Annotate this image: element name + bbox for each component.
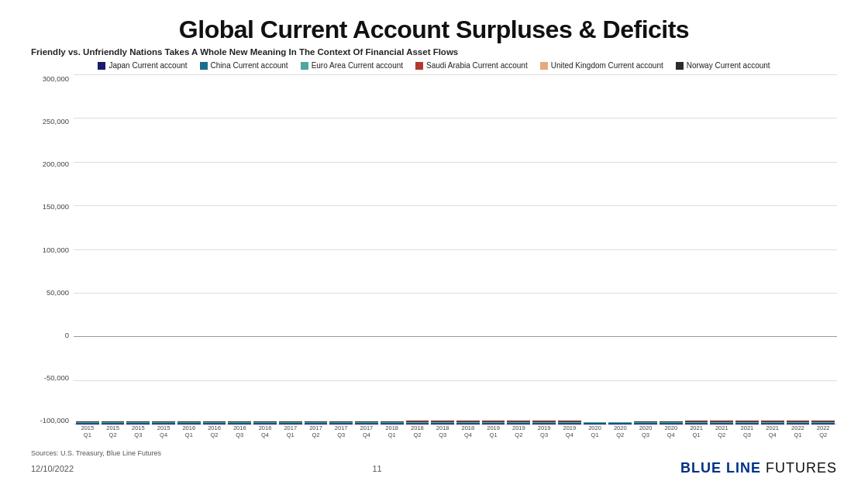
x-label: 2016Q1	[177, 424, 202, 448]
y-axis-label: 300,000	[43, 74, 69, 83]
main-title: Global Current Account Surpluses & Defic…	[31, 15, 837, 44]
x-label: 2016Q3	[227, 424, 252, 448]
x-labels: 2015Q12015Q22015Q32015Q42016Q12016Q22016…	[74, 424, 837, 448]
bar-segment	[177, 424, 201, 424]
subtitle: Friendly vs. Unfriendly Nations Takes A …	[31, 47, 837, 57]
x-label: 2015Q1	[75, 424, 100, 448]
bar-segment	[305, 424, 328, 424]
bar-segment	[634, 424, 657, 424]
legend-item: United Kingdom Current account	[540, 61, 663, 70]
bar-segment	[811, 424, 835, 424]
x-label: 2019Q2	[506, 424, 531, 448]
x-label: 2020Q1	[583, 424, 608, 448]
y-axis-label: 200,000	[43, 160, 69, 168]
y-axis-label: -100,000	[40, 416, 69, 424]
x-label: 2022Q2	[811, 424, 835, 448]
bar-segment	[710, 424, 733, 424]
bar-segment	[660, 424, 683, 424]
bar-segment	[102, 424, 125, 424]
x-label: 2019Q3	[532, 424, 556, 448]
x-label: 2015Q2	[101, 424, 126, 448]
x-label: 2017Q2	[304, 424, 329, 448]
bar-segment	[735, 424, 759, 424]
x-label: 2021Q1	[684, 424, 709, 448]
x-label: 2017Q4	[354, 424, 379, 448]
x-label: 2016Q2	[202, 424, 227, 448]
y-axis-label: 150,000	[43, 202, 69, 211]
footer: 12/10/2022 11 BLUE LINE FUTURES	[31, 460, 837, 476]
bar-segment	[126, 424, 150, 424]
x-label: 2020Q3	[633, 424, 658, 448]
legend-item: Japan Current account	[98, 61, 187, 70]
brand-blue: BLUE LINE	[680, 460, 761, 476]
legend-label: United Kingdom Current account	[551, 61, 663, 70]
sources-label: Sources: U.S. Treasury, Blue Line Future…	[31, 449, 837, 457]
legend-label: China Current account	[211, 61, 288, 70]
chart-area: 300,000250,000200,000150,000100,00050,00…	[31, 74, 837, 457]
bar-segment	[558, 424, 581, 424]
legend-item: Norway Current account	[676, 61, 770, 70]
bar-segment	[761, 424, 784, 424]
bar-segment	[203, 424, 226, 424]
legend-label: Norway Current account	[687, 61, 770, 70]
footer-brand: BLUE LINE FUTURES	[680, 460, 837, 476]
bar-segment	[482, 424, 505, 424]
bar-segment	[431, 424, 454, 424]
legend-item: Euro Area Current account	[301, 61, 403, 70]
bar-segment	[253, 424, 277, 424]
x-label: 2018Q3	[430, 424, 455, 448]
x-label: 2019Q4	[557, 424, 582, 448]
x-label: 2020Q4	[659, 424, 684, 448]
footer-page: 11	[372, 464, 381, 473]
bar-segment	[329, 424, 353, 424]
legend: Japan Current accountChina Current accou…	[31, 61, 837, 70]
page: Global Current Account Surpluses & Defic…	[0, 0, 868, 488]
x-axis: 2015Q12015Q22015Q32015Q42016Q12016Q22016…	[74, 424, 837, 448]
x-label: 2021Q3	[735, 424, 760, 448]
y-axis-label: 0	[65, 331, 69, 339]
bar-segment	[584, 424, 607, 424]
footer-date: 12/10/2022	[31, 464, 74, 473]
legend-label: Saudi Arabia Current account	[426, 61, 528, 70]
x-label: 2019Q1	[481, 424, 506, 448]
x-label: 2020Q2	[608, 424, 632, 448]
legend-item: Saudi Arabia Current account	[415, 61, 528, 70]
bar-segment	[532, 424, 556, 424]
bar-segment	[381, 424, 404, 424]
x-label: 2018Q1	[380, 424, 405, 448]
x-label: 2017Q1	[278, 424, 303, 448]
y-axis: 300,000250,000200,000150,000100,00050,00…	[31, 74, 74, 448]
bar-segment	[279, 424, 302, 424]
x-label: 2017Q3	[329, 424, 353, 448]
x-label: 2018Q2	[405, 424, 430, 448]
bar-segment	[406, 424, 429, 424]
bar-segment	[507, 424, 530, 424]
legend-label: Euro Area Current account	[312, 61, 403, 70]
x-label: 2021Q4	[760, 424, 785, 448]
bar-segment	[608, 424, 632, 424]
bar-segment	[152, 424, 175, 424]
y-axis-label: -50,000	[44, 373, 69, 382]
chart-inner: 2015Q12015Q22015Q32015Q42016Q12016Q22016…	[74, 74, 837, 448]
grid-and-bars	[74, 74, 837, 424]
chart-container: 300,000250,000200,000150,000100,00050,00…	[31, 74, 837, 448]
x-label: 2021Q2	[709, 424, 734, 448]
y-axis-label: 50,000	[46, 288, 69, 297]
bar-segment	[355, 424, 378, 424]
legend-label: Japan Current account	[108, 61, 187, 70]
x-label: 2022Q1	[786, 424, 811, 448]
x-label: 2018Q4	[456, 424, 480, 448]
bar-segment	[456, 424, 480, 424]
bar-segment	[787, 424, 810, 424]
bars-row	[74, 74, 837, 424]
bar-segment	[228, 424, 251, 424]
bar-segment	[685, 424, 708, 424]
brand-black: FUTURES	[761, 460, 837, 476]
x-label: 2015Q4	[151, 424, 176, 448]
legend-item: China Current account	[200, 61, 288, 70]
y-axis-label: 250,000	[43, 117, 69, 125]
bar-segment	[76, 424, 99, 424]
x-label: 2016Q4	[253, 424, 277, 448]
y-axis-label: 100,000	[43, 246, 69, 254]
x-label: 2015Q3	[126, 424, 150, 448]
